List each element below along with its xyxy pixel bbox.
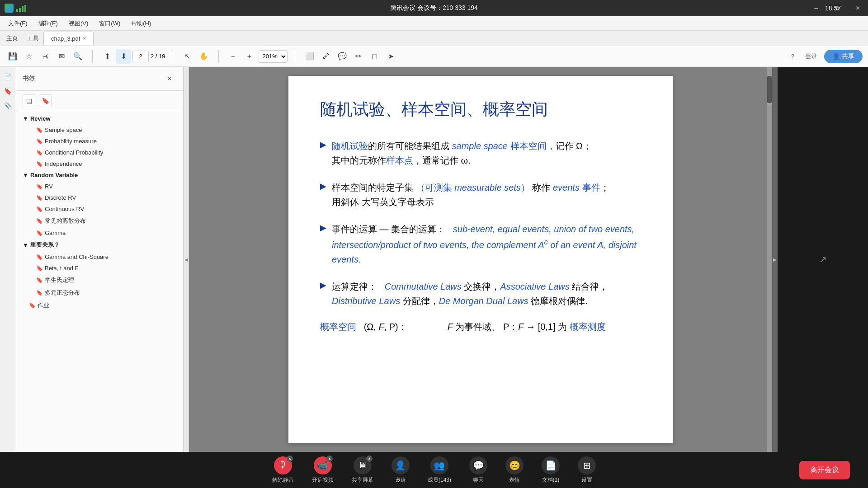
toolbar-print-btn[interactable]: 🖨 <box>38 49 52 64</box>
sidebar-header: 书签 × <box>16 67 183 91</box>
action-btn[interactable]: ➤ <box>384 49 398 64</box>
menu-window[interactable]: 窗口(W) <box>94 18 125 29</box>
bookmark-icon7: 🔖 <box>36 206 43 212</box>
thumbnail-btn[interactable]: 📄 <box>2 70 14 83</box>
minimize-btn[interactable]: ─ <box>806 0 826 16</box>
sidebar-review-label: Review <box>30 115 51 122</box>
toolbar-tools2: ⬜ 🖊 💬 ✏ ◻ ➤ <box>302 49 398 64</box>
prev-page-btn[interactable]: ⬆ <box>100 49 114 64</box>
toolbar-bookmark-btn[interactable]: ☆ <box>22 49 36 64</box>
sidebar-item-random-variable[interactable]: ▼ Random Variable <box>16 169 183 181</box>
bookmark-icon10: 🔖 <box>36 254 43 260</box>
sidebar-multivariate-label: 多元正态分布 <box>45 289 80 297</box>
tab-pdf[interactable]: chap_3.pdf × <box>43 32 94 45</box>
share-screen-btn[interactable]: 🖥 ▲ 共享屏幕 <box>352 456 373 484</box>
toolbar-search-btn[interactable]: 🔍 <box>71 49 85 64</box>
shape-btn[interactable]: ◻ <box>368 49 382 64</box>
sidebar-close-btn[interactable]: × <box>162 71 177 86</box>
bookmark-panel-btn[interactable]: 🔖 <box>2 85 14 98</box>
bullet-content-3: 事件的运算 — 集合的运算： sub-event, equal events, … <box>332 222 641 267</box>
unmute-label: 解除静音 <box>272 476 294 484</box>
hl-dist: Distributive Laws <box>332 296 400 306</box>
window-controls[interactable]: ─ ⧉ ✕ <box>806 0 868 16</box>
documents-btn[interactable]: 📄 文档(1) <box>542 456 560 484</box>
pdf-viewer[interactable]: 随机试验、样本空间、概率空间 ▶ 随机试验的所有可能结果组成 sample sp… <box>189 67 772 452</box>
sidebar-item-gamma[interactable]: 🔖 Gamma <box>16 227 183 239</box>
help-btn[interactable]: ? <box>788 51 798 61</box>
toolbar-save-btn[interactable]: 💾 <box>5 49 20 64</box>
leave-meeting-btn[interactable]: 离开会议 <box>799 461 850 479</box>
scroll-thumb[interactable] <box>767 76 772 103</box>
sidebar-item-conditional-prob[interactable]: 🔖 Conditional Probability <box>16 147 183 158</box>
share-btn[interactable]: 👤 共享 <box>824 50 863 63</box>
selection-btn[interactable]: ⬜ <box>302 49 317 64</box>
sidebar-item-beta[interactable]: 🔖 Beta, t and F <box>16 263 183 274</box>
toolbar-cursor: ↖ ✋ <box>180 49 211 64</box>
hl-sample-space-cn: 样本空间 <box>510 141 547 151</box>
sidebar-tool-search[interactable]: 🔖 <box>39 94 52 107</box>
next-page-btn[interactable]: ⬇ <box>116 49 131 64</box>
tab-tools[interactable]: 工具 <box>23 33 43 44</box>
menu-edit[interactable]: 编辑(E) <box>34 18 62 29</box>
toolbar-zoom: − + 201% 100% 150% <box>226 49 288 64</box>
hl-morgan: De Morgan Dual Laws <box>439 296 528 306</box>
chat-btn[interactable]: 💬 聊天 <box>469 456 487 484</box>
sidebar-item-multivariate[interactable]: 🔖 多元正态分布 <box>16 286 183 299</box>
sidebar-item-discrete-rv[interactable]: 🔖 Discrete RV <box>16 192 183 203</box>
select-tool-btn[interactable]: ↖ <box>180 49 195 64</box>
sidebar-item-rv[interactable]: 🔖 RV <box>16 181 183 192</box>
members-icon: 👥 <box>430 456 448 474</box>
login-btn[interactable]: 登录 <box>802 51 821 62</box>
close-btn[interactable]: ✕ <box>847 0 868 16</box>
zoom-select[interactable]: 201% 100% 150% <box>259 50 288 63</box>
sidebar-item-sample-space[interactable]: 🔖 Sample space <box>16 124 183 136</box>
sidebar-item-probability-measure[interactable]: 🔖 Probability measure <box>16 136 183 147</box>
sidebar-item-important-rel[interactable]: ▼ 重要关系？ <box>16 239 183 251</box>
start-video-label: 开启视频 <box>312 476 334 484</box>
menu-file[interactable]: 文件(F) <box>4 18 32 29</box>
bookmark-tree: ▼ Review 🔖 Sample space 🔖 Probability me… <box>16 111 183 452</box>
sidebar-item-continuous-rv[interactable]: 🔖 Continuous RV <box>16 203 183 215</box>
unmute-btn[interactable]: 🎙 ▲ 解除静音 <box>272 456 294 484</box>
emoji-icon: 😊 <box>505 456 524 474</box>
left-icon-bar: 📄 🔖 📎 <box>0 67 16 452</box>
comment-btn[interactable]: 💬 <box>335 49 349 64</box>
tab-pdf-label: chap_3.pdf <box>51 35 80 42</box>
svg-rect-3 <box>24 5 26 12</box>
sidebar-item-independence[interactable]: 🔖 Independence <box>16 158 183 169</box>
share-label: 共享 <box>842 52 854 61</box>
toolbar-email-btn[interactable]: ✉ <box>54 49 69 64</box>
settings-btn[interactable]: ⊞ 设置 <box>578 456 596 484</box>
bookmark-icon5: 🔖 <box>36 183 43 190</box>
sidebar-tool-expand[interactable]: ▤ <box>23 94 35 107</box>
tab-bar: 主页 工具 chap_3.pdf × <box>0 31 868 46</box>
sidebar-item-homework[interactable]: 🔖 作业 <box>16 299 183 312</box>
pen-btn[interactable]: ✏ <box>351 49 366 64</box>
annotation-btn[interactable]: 📎 <box>2 99 14 112</box>
scroll-track[interactable] <box>767 67 772 452</box>
hand-tool-btn[interactable]: ✋ <box>197 49 211 64</box>
zoom-in-btn[interactable]: + <box>242 49 257 64</box>
bullet-content-4: 运算定律： Commutative Laws 交换律，Associative L… <box>332 279 608 308</box>
stamp-btn[interactable]: 🖊 <box>319 49 333 64</box>
sidebar-item-discrete-dist[interactable]: 🔖 常见的离散分布 <box>16 215 183 227</box>
right-collapse-icon: ▶ <box>773 257 777 262</box>
sidebar-item-review[interactable]: ▼ Review <box>16 113 183 124</box>
expand-rv-icon: ▼ <box>23 172 28 178</box>
right-collapse-handle[interactable]: ▶ <box>772 67 778 452</box>
emoji-btn[interactable]: 😊 表情 <box>505 456 524 484</box>
restore-btn[interactable]: ⧉ <box>826 0 847 16</box>
tab-close-btn[interactable]: × <box>83 35 86 42</box>
sidebar-item-student[interactable]: 🔖 学生氏定理 <box>16 274 183 286</box>
sidebar-item-gamma-chi[interactable]: 🔖 Gamma and Chi-Square <box>16 251 183 263</box>
page-number-input[interactable] <box>132 51 149 62</box>
tab-home[interactable]: 主页 <box>2 33 23 44</box>
members-btn[interactable]: 👥 成员(143) <box>428 456 451 484</box>
menu-help[interactable]: 帮助(H) <box>127 18 156 29</box>
invite-btn[interactable]: 👤 邀请 <box>392 456 410 484</box>
sidebar-collapse-handle[interactable]: ◀ <box>184 67 189 452</box>
start-video-btn[interactable]: 📹 ▲ 开启视频 <box>312 456 334 484</box>
zoom-out-btn[interactable]: − <box>226 49 241 64</box>
signal-icons <box>5 4 26 13</box>
menu-view[interactable]: 视图(V) <box>64 18 93 29</box>
